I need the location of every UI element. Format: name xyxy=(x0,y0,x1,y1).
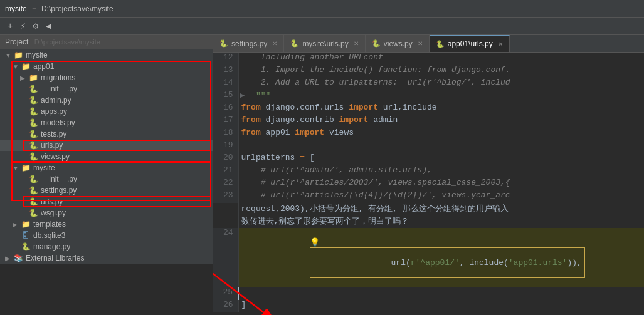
tree-label: settings.py xyxy=(41,186,77,195)
tree-label: mysite xyxy=(26,51,48,59)
tab-app01-urls[interactable]: 🐍 app01\urls.py ✕ xyxy=(430,35,510,52)
line-content: # url(r'^admin/', admin.site.urls), xyxy=(238,165,644,178)
tree-label: urls.py xyxy=(41,141,63,150)
expand-arrow: ▶ xyxy=(13,221,20,228)
tree-item-tests[interactable]: 🐍 tests.py xyxy=(0,128,213,140)
tree-item-migrations[interactable]: ▶ 📁 migrations xyxy=(0,72,213,83)
tree-label: admin.py xyxy=(41,96,71,105)
expand-arrow: ▼ xyxy=(13,63,20,70)
line-number: 13 xyxy=(213,65,238,78)
tree-label: apps.py xyxy=(41,107,67,116)
tab-close[interactable]: ✕ xyxy=(498,41,503,48)
tree-item-urls2[interactable]: 🐍 urls.py xyxy=(0,196,213,207)
line-content: ] xyxy=(238,300,644,312)
line-content xyxy=(238,287,644,300)
tree-item-urls1[interactable]: 🐍 urls.py xyxy=(0,140,213,151)
tree-label: app01 xyxy=(33,62,54,71)
line-number xyxy=(213,215,238,228)
tree-item-app01[interactable]: ▼ 📁 app01 xyxy=(0,61,213,72)
expand-arrow: ▼ xyxy=(13,165,20,172)
py-icon: 🐍 xyxy=(28,186,39,195)
tree-item-views1[interactable]: 🐍 views.py xyxy=(0,151,213,162)
line-content: 1. Import the include() function: from d… xyxy=(238,65,644,78)
sidebar: Project D:\projectsave\mysite ▼ 📁 mysite… xyxy=(0,35,213,264)
line-23: 23 # url(r'^articles/(\d{4})/(\d{2})/', … xyxy=(213,190,644,203)
db-icon: 🗄 xyxy=(20,231,31,240)
line-number: 21 xyxy=(213,165,238,178)
tree-item-admin[interactable]: 🐍 admin.py xyxy=(0,95,213,106)
add-button[interactable]: + xyxy=(5,20,15,33)
line-content: 💡 url(r'^app01/', include('app01.urls'))… xyxy=(238,228,644,287)
tab-close[interactable]: ✕ xyxy=(354,40,359,47)
tree-item-settings[interactable]: 🐍 settings.py xyxy=(0,185,213,196)
tab-label: settings.py xyxy=(231,39,267,48)
tree-item-mysite-root[interactable]: ▼ 📁 mysite xyxy=(0,49,213,61)
app-name: mysite xyxy=(5,4,27,13)
tree-label: tests.py xyxy=(41,130,66,138)
main-area: Project D:\projectsave\mysite ▼ 📁 mysite… xyxy=(0,35,644,315)
tree-item-templates[interactable]: ▶ 📁 templates xyxy=(0,219,213,230)
tree-label: wsgi.py xyxy=(41,209,66,217)
py-tab-icon: 🐍 xyxy=(290,39,299,48)
py-icon: 🐍 xyxy=(20,242,31,251)
settings-button[interactable]: ⚙ xyxy=(31,19,41,33)
line-content: from django.conf.urls import url,include xyxy=(238,103,644,115)
project-path-label: D:\projectsave\mysite xyxy=(34,38,100,46)
tree-item-db[interactable]: 🗄 db.sqlite3 xyxy=(0,230,213,241)
tree-label: __init__.py xyxy=(41,85,77,93)
line-number: 26 xyxy=(213,300,238,312)
tree-label: External Libraries xyxy=(26,254,84,262)
line-20: 20 urlpatterns = [ xyxy=(213,153,644,165)
tab-settings[interactable]: 🐍 settings.py ✕ xyxy=(213,35,284,52)
sidebar-container: Project D:\projectsave\mysite ▼ 📁 mysite… xyxy=(0,35,213,315)
tab-close[interactable]: ✕ xyxy=(418,40,423,47)
tree-item-init2[interactable]: 🐍 __init__.py xyxy=(0,173,213,185)
tree-item-wsgi[interactable]: 🐍 wsgi.py xyxy=(0,207,213,219)
tab-close[interactable]: ✕ xyxy=(272,40,277,47)
py-icon: 🐍 xyxy=(28,141,39,150)
py-icon: 🐍 xyxy=(28,118,39,127)
tree-item-manage[interactable]: 🐍 manage.py xyxy=(0,241,213,252)
py-tab-icon: 🐍 xyxy=(436,40,445,48)
tab-label: views.py xyxy=(384,39,413,48)
line-number: 25 xyxy=(213,287,238,300)
line-number: 17 xyxy=(213,115,238,128)
tree-item-apps[interactable]: 🐍 apps.py xyxy=(0,106,213,117)
line-16: 16 from django.conf.urls import url,incl… xyxy=(213,103,644,115)
tree-item-models[interactable]: 🐍 models.py xyxy=(0,117,213,128)
line-content xyxy=(238,140,644,153)
editor: 🐍 settings.py ✕ 🐍 mysite\urls.py ✕ 🐍 vie… xyxy=(213,35,644,315)
py-icon: 🐍 xyxy=(28,152,39,161)
run-button[interactable]: ⚡ xyxy=(18,19,28,33)
tree-item-mysite-inner[interactable]: ▼ 📁 mysite xyxy=(0,162,213,173)
tree-label: mysite xyxy=(33,163,55,172)
line-number: 14 xyxy=(213,78,238,90)
tab-label: mysite\urls.py xyxy=(302,39,348,48)
code-area[interactable]: 12 Including another URLconf 13 1. Impor… xyxy=(213,53,644,315)
tree-item-external-libs[interactable]: ▶ 📚 External Libraries xyxy=(0,252,213,264)
py-icon: 🐍 xyxy=(28,130,39,138)
line-content: from app01 import views xyxy=(238,128,644,140)
py-icon: 🐍 xyxy=(28,85,39,93)
tab-views[interactable]: 🐍 views.py ✕ xyxy=(366,35,430,52)
tab-mysite-urls[interactable]: 🐍 mysite\urls.py ✕ xyxy=(284,35,365,52)
annotation-line-2: 数传进去,别忘了形参要写两个了，明白了吗？ xyxy=(213,215,644,228)
expand-arrow: ▼ xyxy=(5,52,13,59)
line-content: Including another URLconf xyxy=(238,53,644,65)
folder-icon: 📁 xyxy=(20,163,31,172)
nav-button[interactable]: ◀ xyxy=(43,19,53,33)
py-icon: 🐍 xyxy=(28,107,39,116)
line-12: 12 Including another URLconf xyxy=(213,53,644,65)
line-19: 19 xyxy=(213,140,644,153)
tree-label: migrations xyxy=(41,73,75,82)
tree-item-init1[interactable]: 🐍 __init__.py xyxy=(0,83,213,95)
project-path: D:\projectsave\mysite xyxy=(41,4,113,13)
line-number: 19 xyxy=(213,140,238,153)
py-icon: 🐍 xyxy=(28,96,39,105)
line-18: 18 from app01 import views xyxy=(213,128,644,140)
line-number: 12 xyxy=(213,53,238,65)
py-icon: 🐍 xyxy=(28,197,39,206)
line-15: 15 ▶ """ xyxy=(213,90,644,103)
expand-arrow: ▶ xyxy=(5,255,13,262)
tree-label: templates xyxy=(33,220,66,229)
